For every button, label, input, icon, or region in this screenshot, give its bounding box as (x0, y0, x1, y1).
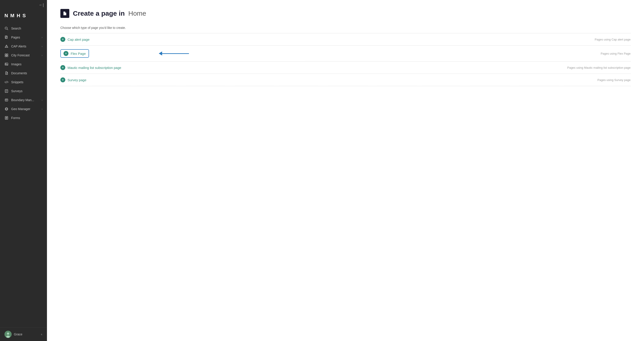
chevron-up-icon: ∧ (41, 333, 42, 336)
sidebar-item-snippets[interactable]: Snippets (0, 78, 47, 87)
svg-point-31 (6, 336, 10, 338)
sidebar-item-label: Images (11, 63, 42, 66)
collapse-icon[interactable]: ←| (39, 3, 44, 8)
sidebar-item-label: Surveys (11, 89, 42, 93)
sidebar-item-surveys[interactable]: Surveys (0, 87, 47, 96)
svg-point-11 (6, 64, 6, 64)
page-type-cap-alert[interactable]: + Cap alert page Pages using Cap alert p… (60, 33, 630, 46)
page-type-left: + Survey page (60, 77, 86, 82)
sidebar-item-label: City Forecast (11, 54, 39, 57)
svg-line-14 (6, 81, 7, 83)
page-type-name: Flex Page (71, 52, 86, 56)
sidebar-item-boundary-manager[interactable]: Boundary Man... › (0, 96, 47, 105)
sidebar-item-images[interactable]: Images (0, 60, 47, 69)
sidebar-item-label: Pages (11, 36, 39, 39)
add-icon: + (60, 37, 65, 42)
surveys-icon (4, 89, 8, 93)
sidebar-item-documents[interactable]: Documents (0, 69, 47, 78)
page-types-list: + Cap alert page Pages using Cap alert p… (60, 33, 630, 86)
snippets-icon (4, 80, 8, 84)
image-icon (4, 62, 8, 66)
grid-icon (4, 53, 8, 57)
svg-rect-9 (7, 56, 8, 57)
svg-rect-8 (5, 56, 6, 57)
svg-rect-3 (6, 37, 8, 39)
sidebar-item-label: CAP Alerts (11, 45, 39, 48)
svg-line-1 (7, 29, 8, 30)
chevron-right-icon: › (42, 108, 42, 110)
page-type-usage: Pages using Flex Page (600, 52, 630, 55)
page-type-left: + Flex Page (60, 49, 89, 58)
svg-point-5 (6, 47, 6, 47)
user-name: Grace (14, 332, 38, 336)
chevron-right-icon: › (42, 36, 42, 39)
sidebar-item-label: Geo Manager (11, 107, 39, 111)
page-type-flex-page[interactable]: + Flex Page Pages using Flex Page (60, 46, 630, 62)
sidebar-item-label: Snippets (11, 80, 42, 84)
app-logo: N M H S (0, 9, 47, 24)
sidebar-item-pages[interactable]: Pages › (0, 33, 47, 42)
search-icon (4, 27, 8, 31)
chevron-right-icon: › (42, 54, 42, 57)
collapse-button[interactable]: ←| (0, 0, 47, 9)
user-menu[interactable]: Grace ∧ (0, 327, 47, 341)
page-type-mautic[interactable]: + Mautic mailing list subscription page … (60, 62, 630, 74)
sidebar-item-label: Boundary Man... (11, 98, 39, 102)
sidebar: ←| N M H S Search Pag (0, 0, 47, 341)
page-type-usage: Pages using Survey page (598, 78, 630, 82)
svg-rect-7 (7, 54, 8, 55)
page-type-name: Cap alert page (68, 38, 90, 41)
geo-icon (4, 107, 8, 111)
sidebar-item-search[interactable]: Search (0, 24, 47, 33)
page-type-usage: Pages using Mautic mailing list subscrip… (567, 66, 630, 69)
page-type-left: + Mautic mailing list subscription page (60, 65, 121, 70)
sidebar-item-city-forecast[interactable]: City Forecast › (0, 51, 47, 60)
page-title: Create a page in (73, 10, 125, 17)
warning-icon (4, 44, 8, 48)
page-type-name: Survey page (68, 78, 86, 82)
sidebar-item-geo-manager[interactable]: Geo Manager › (0, 105, 47, 113)
add-icon: + (60, 77, 65, 82)
chevron-right-icon: › (42, 99, 42, 101)
sidebar-item-label: Search (11, 27, 42, 30)
sidebar-item-forms[interactable]: Forms (0, 113, 47, 122)
sidebar-item-label: Forms (11, 116, 42, 120)
svg-rect-27 (6, 118, 7, 118)
page-location: Home (128, 10, 146, 17)
main-content: Create a page in Home Choose which type … (47, 0, 644, 341)
pages-icon (4, 35, 8, 39)
boundary-icon (4, 98, 8, 102)
sidebar-item-cap-alerts[interactable]: CAP Alerts › (0, 42, 47, 51)
svg-rect-6 (5, 54, 6, 55)
svg-rect-26 (6, 117, 7, 118)
page-type-left: + Cap alert page (60, 37, 90, 42)
avatar (4, 331, 12, 338)
sidebar-item-label: Documents (11, 71, 42, 75)
add-icon: + (64, 51, 68, 56)
chevron-right-icon: › (42, 45, 42, 48)
page-subtitle: Choose which type of page you'd like to … (60, 26, 630, 30)
page-type-icon (60, 9, 69, 18)
page-type-name: Mautic mailing list subscription page (68, 66, 121, 70)
page-type-survey[interactable]: + Survey page Pages using Survey page (60, 74, 630, 86)
sidebar-nav: Search Pages › (0, 24, 47, 327)
document-icon (4, 71, 8, 75)
page-header: Create a page in Home (60, 9, 630, 18)
svg-point-30 (7, 332, 9, 335)
svg-rect-19 (5, 99, 8, 101)
page-type-usage: Pages using Cap alert page (595, 38, 630, 41)
add-icon: + (60, 65, 65, 70)
arrow-annotation (159, 52, 189, 56)
forms-icon (4, 116, 8, 120)
